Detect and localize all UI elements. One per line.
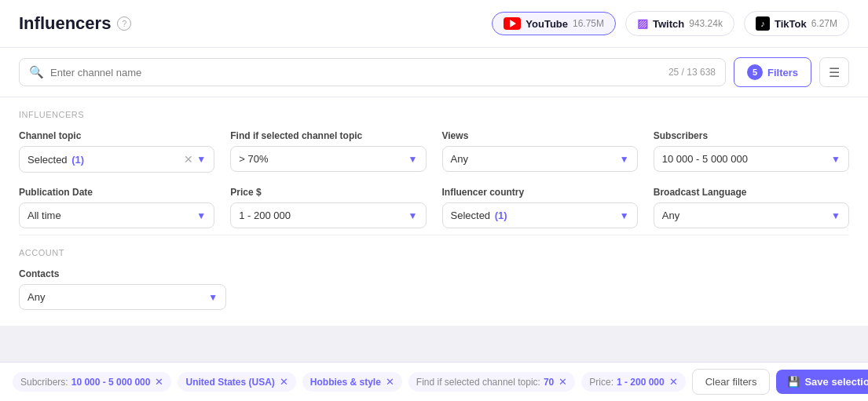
influencer-country-badge: (1) bbox=[495, 210, 507, 221]
platform-twitch[interactable]: ▨ Twitch 943.24k bbox=[625, 11, 734, 36]
sliders-icon: ☰ bbox=[829, 65, 840, 80]
account-section-label: Account bbox=[19, 248, 849, 257]
tag-subscribers-label: Subcribers: bbox=[20, 377, 68, 388]
publication-date-chevron-icon: ▼ bbox=[196, 210, 206, 221]
find-if-selected-select[interactable]: > 70% ▼ bbox=[230, 146, 426, 172]
tiktok-count: 6.27M bbox=[811, 18, 837, 29]
filter-group-influencer-country: Influencer country Selected (1) ▼ bbox=[442, 187, 638, 228]
tag-price-value: 1 - 200 000 bbox=[617, 377, 665, 388]
find-if-selected-value: > 70% bbox=[239, 153, 408, 165]
platform-pills: YouTube 16.75M ▨ Twitch 943.24k ♪ TikTok… bbox=[492, 11, 849, 36]
bottom-bar: Subcribers: 10 000 - 5 000 000 ✕ United … bbox=[0, 362, 868, 401]
tag-hobbies-value: Hobbies & style bbox=[310, 377, 381, 388]
contacts-value: Any bbox=[27, 291, 208, 303]
channel-topic-chevron-icon: ▼ bbox=[196, 154, 206, 165]
page-title: Influencers bbox=[19, 13, 111, 34]
filter-group-price: Price $ 1 - 200 000 ▼ bbox=[230, 187, 426, 228]
tag-hobbies: Hobbies & style ✕ bbox=[302, 372, 402, 392]
youtube-count: 16.75M bbox=[573, 18, 604, 29]
channel-topic-value: Selected (1) bbox=[27, 154, 184, 166]
publication-date-select[interactable]: All time ▼ bbox=[19, 202, 214, 228]
twitch-count: 943.24k bbox=[689, 18, 723, 29]
divider bbox=[19, 235, 849, 235]
influencer-filters-grid: Channel topic Selected (1) ✕ ▼ Find if s… bbox=[19, 130, 849, 228]
filter-group-channel-topic: Channel topic Selected (1) ✕ ▼ bbox=[19, 130, 214, 173]
price-chevron-icon: ▼ bbox=[408, 210, 418, 221]
twitch-label: Twitch bbox=[653, 18, 684, 30]
search-area: 🔍 25 / 13 638 5 Filters ☰ bbox=[0, 48, 868, 97]
tag-price-remove-icon[interactable]: ✕ bbox=[669, 376, 678, 388]
influencer-country-selected-text: Selected bbox=[451, 210, 491, 221]
publication-date-label: Publication Date bbox=[19, 187, 214, 198]
price-label: Price $ bbox=[230, 187, 426, 198]
filter-group-contacts: Contacts Any ▼ bbox=[19, 268, 226, 310]
save-selection-button[interactable]: 💾 Save selection NEW bbox=[776, 370, 868, 394]
header-title: Influencers ? bbox=[19, 13, 131, 34]
find-if-selected-chevron-icon: ▼ bbox=[408, 154, 418, 165]
save-selection-label: Save selection bbox=[804, 376, 868, 388]
subscribers-select[interactable]: 10 000 - 5 000 000 ▼ bbox=[654, 146, 849, 172]
influencer-country-label: Influencer country bbox=[442, 187, 638, 198]
views-value: Any bbox=[451, 153, 620, 165]
tag-find-if: Find if selected channel topic: 70 ✕ bbox=[408, 372, 575, 392]
broadcast-language-select[interactable]: Any ▼ bbox=[654, 202, 849, 228]
filters-panel: Influencers Channel topic Selected (1) ✕… bbox=[0, 97, 868, 326]
filters-count-badge: 5 bbox=[747, 64, 763, 80]
tag-hobbies-remove-icon[interactable]: ✕ bbox=[386, 376, 394, 388]
tiktok-icon: ♪ bbox=[756, 16, 770, 31]
channel-topic-label: Channel topic bbox=[19, 130, 214, 141]
help-icon[interactable]: ? bbox=[117, 16, 131, 31]
tag-find-if-remove-icon[interactable]: ✕ bbox=[559, 376, 567, 388]
filters-button[interactable]: 5 Filters bbox=[734, 57, 811, 87]
youtube-icon bbox=[504, 17, 521, 30]
tag-find-if-label: Find if selected channel topic: bbox=[416, 377, 540, 388]
find-if-selected-label: Find if selected channel topic bbox=[230, 130, 426, 141]
influencer-country-value: Selected (1) bbox=[451, 210, 620, 221]
tag-subscribers: Subcribers: 10 000 - 5 000 000 ✕ bbox=[13, 372, 171, 392]
subscribers-value: 10 000 - 5 000 000 bbox=[662, 153, 831, 165]
views-chevron-icon: ▼ bbox=[620, 154, 629, 165]
tag-price-label: Price: bbox=[589, 377, 613, 388]
channel-topic-selected-text: Selected bbox=[27, 154, 68, 166]
channel-topic-clear-icon[interactable]: ✕ bbox=[184, 153, 193, 166]
platform-youtube[interactable]: YouTube 16.75M bbox=[492, 12, 616, 35]
contacts-select[interactable]: Any ▼ bbox=[19, 284, 226, 310]
tag-find-if-value: 70 bbox=[544, 377, 554, 388]
views-select[interactable]: Any ▼ bbox=[442, 146, 638, 172]
filter-group-broadcast-language: Broadcast Language Any ▼ bbox=[654, 187, 849, 228]
filter-group-find-if-selected: Find if selected channel topic > 70% ▼ bbox=[230, 130, 426, 173]
search-count: 25 / 13 638 bbox=[668, 67, 716, 78]
channel-topic-badge: (1) bbox=[71, 154, 84, 166]
tag-price: Price: 1 - 200 000 ✕ bbox=[581, 372, 685, 392]
header: Influencers ? YouTube 16.75M ▨ Twitch 94… bbox=[0, 0, 868, 48]
tiktok-label: TikTok bbox=[775, 18, 807, 30]
influencer-country-select[interactable]: Selected (1) ▼ bbox=[442, 202, 638, 228]
save-icon: 💾 bbox=[787, 376, 800, 388]
influencer-country-chevron-icon: ▼ bbox=[620, 210, 629, 221]
search-input[interactable] bbox=[50, 67, 662, 78]
account-filters-grid: Contacts Any ▼ bbox=[19, 268, 226, 310]
subscribers-chevron-icon: ▼ bbox=[831, 154, 841, 165]
broadcast-language-label: Broadcast Language bbox=[654, 187, 849, 198]
filter-settings-button[interactable]: ☰ bbox=[819, 57, 849, 87]
price-value: 1 - 200 000 bbox=[239, 210, 408, 221]
tag-country-value: United States (USA) bbox=[185, 377, 274, 388]
filters-label: Filters bbox=[767, 67, 798, 78]
price-select[interactable]: 1 - 200 000 ▼ bbox=[230, 202, 426, 228]
search-icon: 🔍 bbox=[29, 65, 44, 79]
filter-group-subscribers: Subscribers 10 000 - 5 000 000 ▼ bbox=[654, 130, 849, 173]
subscribers-label: Subscribers bbox=[654, 130, 849, 141]
platform-tiktok[interactable]: ♪ TikTok 6.27M bbox=[744, 11, 849, 36]
search-row: 🔍 25 / 13 638 5 Filters ☰ bbox=[19, 57, 849, 87]
clear-filters-button[interactable]: Clear filters bbox=[692, 369, 771, 395]
channel-topic-select[interactable]: Selected (1) ✕ ▼ bbox=[19, 146, 214, 173]
tag-subscribers-remove-icon[interactable]: ✕ bbox=[155, 376, 163, 388]
youtube-play-icon bbox=[510, 20, 516, 27]
tag-country-remove-icon[interactable]: ✕ bbox=[280, 376, 288, 388]
tag-country: United States (USA) ✕ bbox=[178, 372, 295, 392]
broadcast-language-chevron-icon: ▼ bbox=[831, 210, 841, 221]
broadcast-language-value: Any bbox=[662, 210, 831, 221]
search-input-wrap[interactable]: 🔍 25 / 13 638 bbox=[19, 58, 726, 86]
contacts-label: Contacts bbox=[19, 268, 226, 279]
youtube-label: YouTube bbox=[526, 18, 568, 30]
